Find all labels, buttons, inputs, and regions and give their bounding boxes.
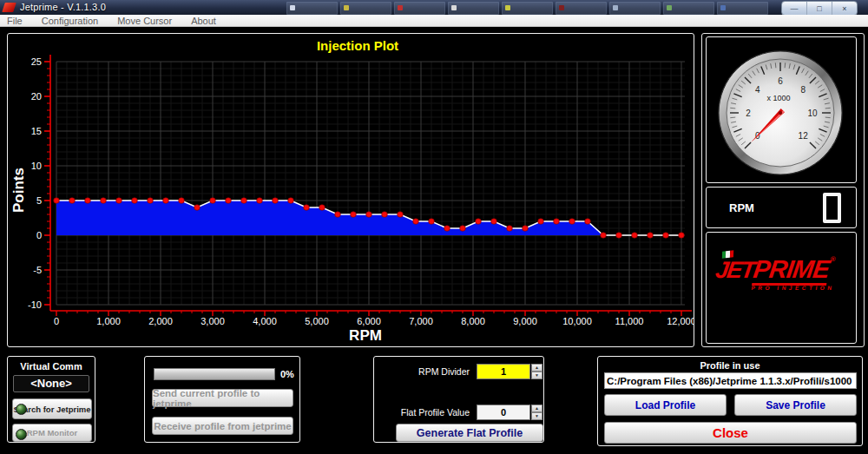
- spinner-down-icon[interactable]: ▼: [531, 372, 542, 379]
- flat-value-spinner: ▲ ▼: [531, 405, 542, 420]
- svg-text:6,000: 6,000: [357, 316, 381, 326]
- rpm-monitor-button[interactable]: RPM Monitor: [12, 424, 92, 442]
- svg-text:-5: -5: [33, 265, 42, 275]
- spinner-up-icon[interactable]: ▲: [531, 405, 542, 412]
- rpm-divider-input[interactable]: [477, 364, 530, 379]
- taskbar-ghost: [394, 2, 445, 15]
- title-bar: Jetprime - V.1.1.3.0 — □ ×: [0, 0, 868, 15]
- send-profile-button[interactable]: Send current profile to jetprime: [152, 389, 293, 407]
- transfer-progress-bar: [154, 368, 275, 380]
- logo-prime-text: PRIME: [751, 255, 831, 286]
- close-button[interactable]: Close: [604, 422, 857, 444]
- jetprime-logo-panel: JETPRIME® PRO INJECTION: [706, 232, 857, 344]
- menu-bar: File Configuration Move Cursor About: [0, 15, 868, 27]
- led-icon: [16, 404, 27, 415]
- profile-in-use-title: Profile in use: [598, 360, 862, 371]
- minimize-button[interactable]: —: [782, 2, 807, 15]
- rpm-display-label: RPM: [729, 201, 823, 214]
- rpm-divider-label: RPM Divider: [374, 366, 477, 377]
- registered-mark-icon: ®: [830, 255, 836, 263]
- svg-text:0: 0: [54, 316, 59, 326]
- italian-flag-icon: [722, 250, 733, 258]
- taskbar-ghost: [502, 2, 553, 15]
- menu-file[interactable]: File: [7, 15, 32, 27]
- logo-tagline: PRO INJECTION: [713, 285, 835, 291]
- flat-profile-value-input[interactable]: [477, 405, 530, 420]
- taskbar-ghost-items: [286, 2, 768, 13]
- svg-text:20: 20: [31, 91, 42, 102]
- taskbar-ghost: [448, 2, 499, 15]
- tachometer-panel: 024681012x 1000: [706, 36, 857, 183]
- rpm-divider-spinner: ▲ ▼: [531, 364, 542, 379]
- svg-text:4,000: 4,000: [253, 316, 277, 326]
- comm-port-selector[interactable]: <None>: [13, 375, 89, 392]
- svg-text:2: 2: [746, 109, 751, 118]
- svg-text:5,000: 5,000: [305, 316, 329, 326]
- taskbar-ghost: [556, 2, 607, 15]
- generate-flat-profile-button[interactable]: Generate Flat Profile: [396, 424, 543, 442]
- svg-text:6: 6: [778, 76, 783, 86]
- svg-text:10,000: 10,000: [562, 316, 592, 326]
- svg-text:8,000: 8,000: [461, 316, 485, 326]
- rpm-display-panel: RPM 0: [706, 187, 857, 228]
- svg-text:4: 4: [755, 85, 760, 95]
- app-icon: [2, 3, 16, 12]
- injection-plot-chart[interactable]: -10-5051015202501,0002,0003,0004,0005,00…: [8, 34, 694, 346]
- menu-about[interactable]: About: [181, 15, 226, 27]
- receive-profile-button[interactable]: Receive profile from jetprime: [152, 417, 293, 435]
- svg-text:12: 12: [799, 131, 809, 141]
- tachometer-gauge: 024681012x 1000: [707, 37, 856, 182]
- logo-jet-text: JET: [713, 257, 755, 283]
- svg-text:8: 8: [800, 85, 806, 95]
- taskbar-ghost: [663, 2, 714, 15]
- svg-text:11,000: 11,000: [615, 316, 644, 326]
- svg-text:2,000: 2,000: [148, 316, 173, 326]
- window-title: Jetprime - V.1.1.3.0: [20, 2, 106, 12]
- svg-text:1,000: 1,000: [96, 316, 121, 326]
- svg-text:12,000: 12,000: [667, 316, 694, 326]
- virtual-comm-panel: Virtual Comm <None> Search for Jetprime …: [7, 356, 95, 443]
- profile-in-use-panel: Profile in use Load Profile Save Profile…: [597, 356, 863, 446]
- search-for-jetprime-button[interactable]: Search for Jetprime: [12, 398, 92, 419]
- load-profile-button[interactable]: Load Profile: [604, 394, 727, 416]
- taskbar-ghost: [609, 2, 661, 15]
- svg-text:7,000: 7,000: [409, 316, 433, 326]
- taskbar-ghost: [286, 2, 338, 15]
- jetprime-logo: JETPRIME® PRO INJECTION: [713, 255, 852, 291]
- save-profile-button[interactable]: Save Profile: [734, 394, 857, 416]
- spinner-down-icon[interactable]: ▼: [531, 412, 542, 420]
- svg-text:0: 0: [36, 230, 42, 240]
- injection-plot-panel: -10-5051015202501,0002,0003,0004,0005,00…: [7, 33, 694, 347]
- window-controls: — □ ×: [781, 1, 858, 16]
- svg-text:10: 10: [807, 109, 818, 118]
- svg-text:Injection Plot: Injection Plot: [317, 38, 398, 53]
- svg-text:x 1000: x 1000: [766, 94, 790, 102]
- svg-text:25: 25: [31, 56, 42, 67]
- svg-text:10: 10: [31, 161, 42, 171]
- menu-move-cursor[interactable]: Move Cursor: [108, 15, 181, 27]
- spinner-up-icon[interactable]: ▲: [531, 364, 542, 372]
- profile-tools-panel: RPM Divider ▲ ▼ Flat Profile Value ▲ ▼ G…: [373, 356, 544, 443]
- restore-button[interactable]: □: [807, 2, 832, 15]
- transfer-panel: 0% Send current profile to jetprime Rece…: [144, 356, 300, 443]
- taskbar-ghost: [340, 2, 391, 15]
- virtual-comm-title: Virtual Comm: [8, 361, 95, 372]
- svg-text:RPM: RPM: [349, 327, 382, 344]
- taskbar-ghost: [717, 2, 768, 15]
- svg-text:3,000: 3,000: [201, 316, 225, 326]
- monitor-button-label: RPM Monitor: [27, 428, 78, 438]
- rpm-seven-segment-value: 0: [823, 193, 841, 223]
- svg-text:Points: Points: [10, 168, 27, 213]
- flat-profile-value-label: Flat Profile Value: [374, 407, 477, 418]
- close-window-button[interactable]: ×: [832, 2, 857, 15]
- svg-text:5: 5: [36, 195, 42, 206]
- svg-text:-10: -10: [28, 299, 42, 310]
- svg-text:15: 15: [31, 126, 42, 136]
- transfer-progress-label: 0%: [280, 369, 294, 379]
- menu-configuration[interactable]: Configuration: [32, 15, 108, 27]
- svg-text:9,000: 9,000: [513, 316, 537, 326]
- profile-path-field[interactable]: [604, 372, 857, 389]
- led-icon: [16, 429, 27, 440]
